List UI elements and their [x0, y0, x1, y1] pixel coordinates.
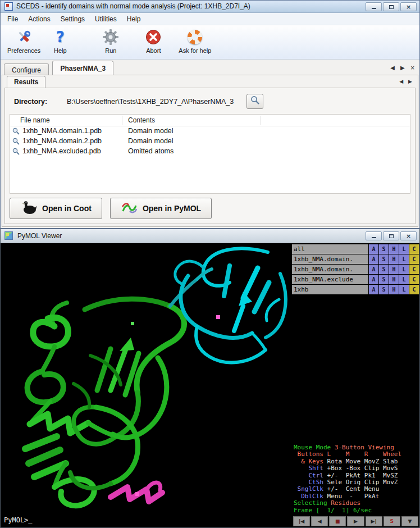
tab-scroll-left-icon[interactable]: ◀	[390, 65, 395, 71]
object-a-button[interactable]: A	[369, 254, 378, 264]
run-button[interactable]: Run	[97, 28, 125, 54]
playback-scene-button[interactable]: S	[384, 516, 400, 526]
abort-button[interactable]: Abort	[139, 28, 167, 54]
sceds-app-icon	[4, 2, 13, 11]
object-c-button[interactable]: C	[409, 285, 419, 294]
maximize-icon	[389, 234, 394, 238]
object-a-button[interactable]: A	[369, 265, 378, 274]
open-in-coot-button[interactable]: Open in Coot	[10, 198, 102, 219]
menu-settings[interactable]: Settings	[61, 15, 90, 23]
pymol-viewport[interactable]: PyMOL>_	[1, 243, 293, 527]
files-table: File name Contents 1xhb_NMA.domain.1.pdb…	[10, 114, 410, 194]
object-h-button[interactable]: H	[389, 285, 399, 294]
sceds-titlebar[interactable]: SCEDS - identify domains with normal mod…	[1, 1, 419, 13]
object-name[interactable]: all	[292, 244, 368, 254]
object-h-button[interactable]: H	[389, 244, 399, 254]
object-h-button[interactable]: H	[389, 265, 399, 274]
file-row[interactable]: 1xhb_NMA.excluded.pdbOmitted atoms	[10, 147, 410, 157]
column-contents[interactable]: Contents	[128, 116, 155, 124]
object-h-button[interactable]: H	[389, 275, 399, 284]
object-name[interactable]: 1xhb_NMA.exclude	[292, 275, 368, 284]
pymol-titlebar[interactable]: PyMOL Viewer ×	[1, 229, 419, 243]
pymol-ribbon-icon	[121, 201, 138, 216]
object-l-button[interactable]: L	[399, 285, 409, 294]
minimize-button[interactable]	[366, 2, 382, 11]
tab-close-icon[interactable]: ×	[410, 65, 415, 71]
directory-value: B:\Users\oeffner\Tests\1XHB_2DY7_A\Phase…	[67, 98, 234, 106]
playback-play-button[interactable]: ▶	[347, 516, 364, 526]
playback-more-button[interactable]: ▼	[401, 516, 418, 526]
tab-phasernma-3[interactable]: PhaserNMA_3	[52, 61, 113, 75]
object-s-button[interactable]: S	[379, 254, 389, 264]
minimize-icon	[372, 5, 376, 9]
maximize-button[interactable]	[383, 2, 399, 11]
mouse-panel-line: Frame [ 1/ 1] 6/sec	[294, 507, 401, 514]
sceds-window-controls: ×	[364, 2, 417, 11]
playback-rewind-button[interactable]: |◀	[293, 516, 310, 526]
file-row[interactable]: 1xhb_NMA.domain.2.pdbDomain model	[10, 136, 410, 147]
menu-help[interactable]: Help	[127, 15, 147, 23]
preferences-button[interactable]: Preferences	[7, 28, 40, 54]
object-s-button[interactable]: S	[379, 265, 389, 274]
file-name: 1xhb_NMA.excluded.pdb	[22, 147, 101, 155]
open-in-pymol-button[interactable]: Open in PyMOL	[110, 198, 212, 219]
pymol-side-panel: allASHLC1xhb_NMA.domain.ASHLC1xhb_NMA.do…	[292, 243, 419, 527]
magnifier-icon	[250, 95, 260, 107]
menu-actions[interactable]: Actions	[28, 15, 56, 23]
main-tab-bar: Configure PhaserNMA_3 ◀ ▶ ×	[1, 60, 419, 75]
object-h-button[interactable]: H	[389, 254, 399, 264]
sceds-window-title: SCEDS - identify domains with normal mod…	[16, 2, 250, 10]
playback-bar: |◀◀■▶▶|S▼	[293, 516, 418, 526]
object-l-button[interactable]: L	[399, 265, 409, 274]
object-s-button[interactable]: S	[379, 275, 389, 284]
coot-bird-icon	[20, 201, 37, 217]
pymol-window: PyMOL Viewer ×	[0, 229, 420, 528]
inner-scroll-right-icon[interactable]: ▶	[408, 79, 412, 84]
object-s-button[interactable]: S	[379, 285, 389, 294]
column-divider	[261, 116, 261, 125]
action-buttons: Open in Coot Open in PyMOL	[10, 198, 220, 219]
column-file-name[interactable]: File name	[20, 116, 50, 124]
object-name[interactable]: 1xhb	[292, 285, 368, 294]
directory-row: Directory: B:\Users\oeffner\Tests\1XHB_2…	[13, 95, 407, 111]
abort-x-icon	[145, 28, 161, 47]
object-panel: allASHLC1xhb_NMA.domain.ASHLC1xhb_NMA.do…	[292, 243, 419, 294]
object-l-button[interactable]: L	[399, 244, 409, 254]
object-a-button[interactable]: A	[369, 285, 378, 294]
minimize-button[interactable]	[366, 231, 382, 240]
object-l-button[interactable]: L	[399, 275, 409, 284]
pymol-window-controls: ×	[364, 231, 417, 240]
protein-structure	[1, 243, 293, 527]
desktop: SCEDS - identify domains with normal mod…	[0, 0, 420, 528]
preferences-tools-icon	[16, 28, 33, 47]
inner-scroll-left-icon[interactable]: ◀	[399, 79, 403, 84]
object-row: 1xhb_NMA.domain.ASHLC	[292, 254, 419, 264]
close-button[interactable]: ×	[400, 2, 417, 11]
object-l-button[interactable]: L	[399, 254, 409, 264]
playback-stop-button[interactable]: ■	[329, 516, 346, 526]
object-name[interactable]: 1xhb_NMA.domain.	[292, 254, 368, 264]
object-c-button[interactable]: C	[409, 265, 419, 274]
ask-for-help-button[interactable]: Ask for help	[179, 28, 211, 54]
object-a-button[interactable]: A	[369, 244, 378, 254]
menu-utilities[interactable]: Utilities	[95, 15, 122, 23]
object-a-button[interactable]: A	[369, 275, 378, 284]
object-s-button[interactable]: S	[379, 244, 389, 254]
life-ring-icon	[188, 28, 202, 47]
maximize-icon	[389, 5, 394, 9]
object-name[interactable]: 1xhb_NMA.domain.	[292, 265, 368, 274]
object-c-button[interactable]: C	[409, 254, 419, 264]
close-button[interactable]: ×	[400, 231, 417, 240]
help-button[interactable]: ? Help	[46, 28, 74, 54]
tab-results[interactable]: Results	[7, 76, 45, 88]
tab-scroll-right-icon[interactable]: ▶	[400, 65, 405, 71]
object-c-button[interactable]: C	[409, 275, 419, 284]
playback-step-forward-button[interactable]: ▶|	[366, 516, 382, 526]
playback-step-back-button[interactable]: ◀	[311, 516, 328, 526]
maximize-button[interactable]	[383, 231, 399, 240]
object-c-button[interactable]: C	[409, 244, 419, 254]
menu-file[interactable]: File	[7, 15, 24, 23]
file-row[interactable]: 1xhb_NMA.domain.1.pdbDomain model	[10, 126, 410, 136]
pymol-command-prompt[interactable]: PyMOL>_	[4, 516, 33, 524]
browse-directory-button[interactable]	[246, 94, 263, 109]
